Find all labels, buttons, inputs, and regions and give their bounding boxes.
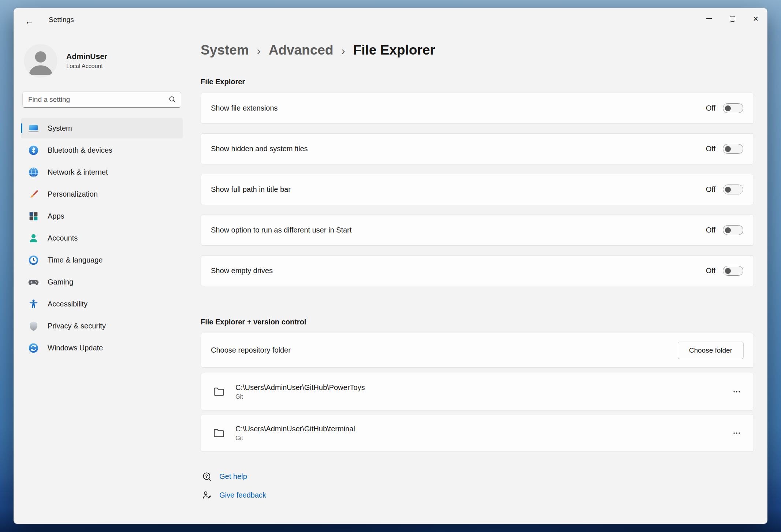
folder-icon [213, 386, 225, 398]
repository-path: C:\Users\AdminUser\GitHub\PowerToys [235, 383, 365, 392]
breadcrumb: System › Advanced › File Explorer [201, 42, 754, 58]
user-name: AdminUser [66, 52, 107, 61]
breadcrumb-system[interactable]: System [201, 42, 249, 58]
toggle-knob [725, 146, 731, 152]
toggle-card-list: Show file extensions Off Show hidden and… [201, 93, 754, 286]
sidebar-item-privacy-security[interactable]: Privacy & security [21, 316, 183, 336]
toggle-switch[interactable] [723, 266, 743, 276]
toggle-switch[interactable] [723, 144, 743, 154]
toggle-switch[interactable] [723, 225, 743, 235]
more-options-button[interactable] [729, 384, 745, 400]
sidebar-item-network-internet[interactable]: Network & internet [21, 162, 183, 182]
setting-card-run-as-different-user: Show option to run as different user in … [201, 215, 754, 246]
setting-card-show-file-extensions: Show file extensions Off [201, 93, 754, 124]
repository-vcs: Git [235, 394, 365, 400]
person-icon [24, 44, 57, 78]
folder-icon [213, 427, 225, 439]
back-button[interactable]: ← [21, 14, 38, 29]
toggle-group: Off [706, 144, 743, 154]
setting-label: Show file extensions [211, 104, 278, 112]
sidebar-item-time-language[interactable]: Time & language [21, 250, 183, 270]
chevron-right-icon: › [257, 43, 261, 57]
footer-links: ? Get help Give feedback [201, 472, 754, 500]
sidebar-item-label: Bluetooth & devices [48, 146, 112, 155]
sidebar-item-system[interactable]: System [21, 118, 183, 138]
toggle-state-label: Off [706, 104, 715, 112]
clock-icon [28, 255, 39, 265]
toggle-knob [725, 105, 731, 111]
toggle-group: Off [706, 103, 743, 113]
search-box [22, 92, 181, 108]
toggle-switch[interactable] [723, 103, 743, 113]
chevron-right-icon: › [341, 43, 345, 57]
get-help-link[interactable]: Get help [219, 472, 247, 481]
sidebar-item-label: Accessibility [48, 300, 88, 308]
user-info: AdminUser Local Account [66, 52, 107, 70]
close-icon: ✕ [753, 15, 759, 22]
sidebar-item-label: Time & language [48, 256, 103, 264]
toggle-group: Off [706, 185, 743, 194]
back-arrow-icon: ← [25, 16, 34, 26]
choose-repository-card: Choose repository folder Choose folder [201, 333, 754, 368]
get-help-row: ? Get help [202, 472, 754, 481]
choose-folder-button[interactable]: Choose folder [678, 342, 744, 359]
setting-card-show-full-path: Show full path in title bar Off [201, 174, 754, 205]
setting-label: Show option to run as different user in … [211, 226, 352, 234]
sidebar-item-accounts[interactable]: Accounts [21, 228, 183, 248]
setting-card-show-empty-drives: Show empty drives Off [201, 255, 754, 286]
close-button[interactable]: ✕ [744, 8, 767, 29]
sidebar-item-personalization[interactable]: Personalization [21, 184, 183, 204]
system-icon [28, 123, 39, 134]
svg-text:?: ? [205, 474, 208, 479]
section-title-version-control: File Explorer + version control [201, 318, 754, 326]
repository-vcs: Git [235, 435, 355, 442]
repository-info: C:\Users\AdminUser\GitHub\PowerToys Git [235, 383, 365, 400]
avatar [24, 44, 57, 78]
help-icon: ? [202, 472, 212, 481]
search-icon [168, 95, 176, 104]
sidebar-item-label: Privacy & security [48, 322, 106, 330]
sidebar-item-apps[interactable]: Apps [21, 206, 183, 226]
setting-label: Show hidden and system files [211, 145, 308, 153]
windows-update-icon [28, 343, 39, 353]
repository-row: C:\Users\AdminUser\GitHub\terminal Git [201, 414, 754, 452]
sidebar-item-label: Apps [48, 212, 64, 220]
breadcrumb-advanced[interactable]: Advanced [269, 42, 334, 58]
sidebar-item-accessibility[interactable]: Accessibility [21, 294, 183, 314]
ellipsis-icon [732, 429, 741, 438]
section-title-file-explorer: File Explorer [201, 78, 754, 86]
sidebar: AdminUser Local Account System [14, 34, 190, 524]
repository-info: C:\Users\AdminUser\GitHub\terminal Git [235, 425, 355, 442]
sidebar-item-label: Windows Update [48, 344, 103, 352]
setting-card-show-hidden-system-files: Show hidden and system files Off [201, 133, 754, 164]
setting-label: Show full path in title bar [211, 185, 291, 194]
maximize-icon [730, 16, 735, 22]
toggle-state-label: Off [706, 185, 715, 194]
toggle-group: Off [706, 225, 743, 235]
toggle-switch[interactable] [723, 185, 743, 194]
network-globe-icon [28, 167, 39, 178]
toggle-knob [725, 227, 731, 233]
chooser-label: Choose repository folder [211, 346, 291, 354]
user-card[interactable]: AdminUser Local Account [24, 44, 180, 78]
setting-label: Show empty drives [211, 267, 273, 275]
toggle-group: Off [706, 266, 743, 276]
accounts-person-icon [28, 233, 39, 243]
sidebar-item-bluetooth-devices[interactable]: Bluetooth & devices [21, 140, 183, 160]
search-input[interactable] [22, 92, 181, 108]
sidebar-nav: System Bluetooth & devices [21, 118, 183, 358]
paintbrush-icon [28, 189, 39, 200]
toggle-state-label: Off [706, 226, 715, 234]
give-feedback-row: Give feedback [202, 490, 754, 500]
minimize-button[interactable] [697, 8, 721, 29]
sidebar-item-windows-update[interactable]: Windows Update [21, 338, 183, 358]
sidebar-item-gaming[interactable]: Gaming [21, 272, 183, 292]
game-controller-icon [28, 277, 39, 287]
sidebar-item-label: Accounts [48, 234, 78, 242]
give-feedback-link[interactable]: Give feedback [219, 491, 266, 499]
feedback-icon [202, 490, 212, 500]
app-title: Settings [49, 8, 74, 31]
more-options-button[interactable] [729, 425, 745, 441]
maximize-button[interactable] [721, 8, 744, 29]
sidebar-item-label: System [48, 124, 72, 133]
